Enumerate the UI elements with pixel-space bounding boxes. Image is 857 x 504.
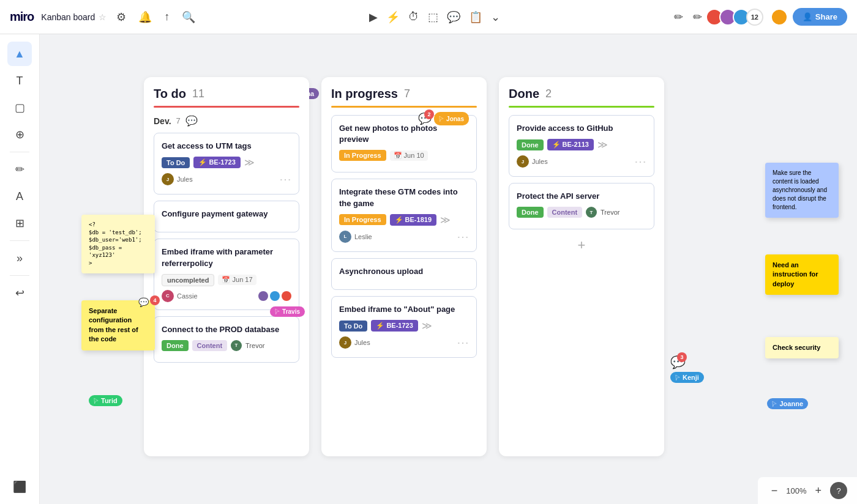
top-navigation: miro Kanban board ☆ ⚙ 🔔 ↑ 🔍 ▶ ⚡ ⏱ ⬚ 💬 📋 …: [0, 0, 857, 34]
card-embed-iframe-tags: uncompleted 📅 Jun 17: [162, 274, 291, 286]
notes-button[interactable]: 📋: [466, 8, 485, 26]
undo-tool[interactable]: ↩: [7, 281, 32, 305]
card-gtm-codes[interactable]: Integrate these GTM codes into the game …: [331, 179, 477, 251]
more-about-icon[interactable]: ⋯: [457, 335, 469, 350]
card-payment-gateway-title: Configure payment gateway: [162, 209, 291, 220]
miro-logo: miro: [10, 10, 34, 24]
expand-gtm-icon[interactable]: ≫: [440, 214, 451, 226]
upload-button[interactable]: ↑: [162, 8, 172, 26]
chat-kenji-wrap: 💬 3: [670, 355, 686, 369]
tag-todo: To Do: [162, 157, 190, 168]
more-tools[interactable]: »: [7, 246, 32, 270]
select-tool[interactable]: ▲: [7, 42, 32, 66]
card-prod-database[interactable]: Connect to the PROD database Done Conten…: [154, 316, 299, 363]
video-button[interactable]: 💬: [444, 8, 463, 26]
card-utm-tags-tags: To Do ⚡ BE-1723 ≫: [162, 157, 291, 168]
tag-done-prod: Done: [162, 340, 189, 351]
pen-tool-button[interactable]: ✏: [690, 8, 705, 26]
card-user-jules: J Jules: [162, 173, 193, 185]
map-tool[interactable]: ⬛: [7, 475, 32, 499]
more-gtm-icon[interactable]: ⋯: [457, 229, 469, 244]
section-chat-icon: 💬: [185, 115, 198, 127]
timer-button[interactable]: ⏱: [406, 8, 422, 26]
card-embed-iframe[interactable]: Embed iframe with parameter referrerpoli…: [154, 239, 299, 309]
expand-about-icon[interactable]: ≫: [422, 320, 432, 332]
frame-button[interactable]: ⬚: [425, 8, 441, 26]
tag-todo-about: To Do: [339, 321, 367, 332]
help-button[interactable]: ?: [830, 482, 847, 499]
card-new-photos-tags: In Progress 📅 Jun 10: [339, 150, 469, 161]
pen-tool[interactable]: ✏: [7, 157, 32, 182]
user-jules-label: Jules: [177, 176, 193, 183]
trevor-label-prod: Trevor: [245, 342, 264, 349]
tag-inprogress-gtm: In Progress: [339, 214, 386, 225]
cursor-tool-button[interactable]: ✏: [672, 8, 686, 26]
date-jun17: 📅 Jun 17: [218, 275, 256, 285]
trevor-api-label: Trevor: [601, 209, 619, 216]
card-prod-database-title: Connect to the PROD database: [162, 324, 291, 335]
column-todo-title: To do: [154, 87, 186, 101]
sticky-separate-text: Separate configuration from the rest of …: [89, 307, 138, 343]
column-done-count: 2: [545, 87, 552, 100]
section-dev-header: Dev. 7 💬: [154, 115, 299, 127]
card-github-access[interactable]: Provide access to GitHub Done ⚡ BE-2113 …: [509, 115, 654, 177]
cursor-travis: Travis: [270, 306, 305, 317]
star-icon[interactable]: ☆: [99, 12, 107, 22]
card-embed-iframe-title: Embed iframe with parameter referrerpoli…: [162, 246, 291, 269]
lightning-button[interactable]: ⚡: [384, 8, 402, 26]
card-utm-tags[interactable]: Get access to UTM tags To Do ⚡ BE-1723 ≫…: [154, 133, 299, 195]
sticky-security: Check security: [765, 337, 839, 358]
expand-github-icon[interactable]: ≫: [597, 139, 608, 150]
column-inprogress: In progress 7 💬 2 Jonas Get ne: [321, 77, 487, 456]
section-dev-count: 7: [176, 116, 181, 125]
section-dev-title: Dev.: [154, 116, 171, 126]
add-card-button[interactable]: +: [509, 235, 654, 255]
zoom-level-label: 100%: [786, 486, 806, 495]
card-protect-api[interactable]: Protect the API server Done Content T Tr…: [509, 183, 654, 229]
text-tool[interactable]: T: [7, 69, 32, 93]
card-prod-database-tags: Done Content T Trevor: [162, 340, 291, 351]
card-user-jules-about: J Jules: [339, 336, 370, 349]
toolbar-divider-3: [10, 275, 29, 276]
card-embed-about[interactable]: Embed iframe to "About" page To Do ⚡ BE-…: [331, 296, 477, 358]
left-toolbar: ▲ T ▢ ⊕ ✏ A ⊞ » ↩ ⬛: [0, 34, 40, 504]
zoom-in-button[interactable]: +: [811, 483, 825, 498]
column-todo-header: To do 11: [154, 87, 299, 108]
play-button[interactable]: ▶: [367, 8, 380, 26]
avatar-group: 12: [709, 9, 763, 26]
kanban-board: To do 11 Dev. 7 💬 Get access to UTM tags…: [144, 77, 664, 456]
avatar-extra-1: [258, 291, 268, 301]
search-button[interactable]: 🔍: [179, 8, 198, 26]
expand-icon[interactable]: ≫: [244, 157, 255, 168]
card-utm-tags-footer: J Jules ⋯: [162, 172, 291, 187]
more-center-button[interactable]: ⌄: [488, 8, 503, 26]
card-async-upload[interactable]: Asynchronous upload: [331, 258, 477, 290]
chat-separate-icon: 💬: [138, 297, 149, 309]
sticky-tool[interactable]: ▢: [7, 95, 32, 120]
toolbar-divider-2: [10, 240, 29, 241]
sticky-async-text: Make sure the content is loaded asynchro…: [773, 169, 827, 210]
avatar-count[interactable]: 12: [746, 9, 763, 26]
kenji-area: 💬 3 Kenji: [670, 355, 704, 383]
text-tool-2[interactable]: A: [7, 184, 32, 209]
tag-uncompleted: uncompleted: [162, 274, 214, 286]
sticky-separate: 💬 4 Separate configuration from the rest…: [81, 300, 155, 350]
card-new-photos[interactable]: 💬 2 Jonas Get new photos to photos previ…: [331, 115, 477, 172]
user-jules-about-label: Jules: [354, 339, 370, 346]
zoom-out-button[interactable]: −: [768, 483, 782, 498]
more-icon[interactable]: ⋯: [279, 172, 291, 187]
notifications-button[interactable]: 🔔: [136, 8, 154, 26]
card-payment-gateway[interactable]: Configure payment gateway: [154, 201, 299, 232]
settings-button[interactable]: ⚙: [114, 8, 129, 26]
sticky-security-text: Check security: [773, 344, 820, 351]
notification-badge: 2: [424, 109, 434, 119]
share-button[interactable]: 👤 Share: [793, 8, 847, 26]
avatar-jules-github: J: [517, 155, 529, 168]
more-github-icon[interactable]: ⋯: [634, 154, 646, 169]
shape-tool[interactable]: ⊕: [7, 122, 32, 147]
sticky-code: <?$db = 'test_db';$db_user='web1';$db_pa…: [81, 215, 155, 273]
share-icon: 👤: [803, 12, 812, 21]
column-inprogress-divider: [331, 106, 477, 108]
grid-tool[interactable]: ⊞: [7, 211, 32, 235]
tag-be-1723: ⚡ BE-1723: [193, 157, 240, 168]
